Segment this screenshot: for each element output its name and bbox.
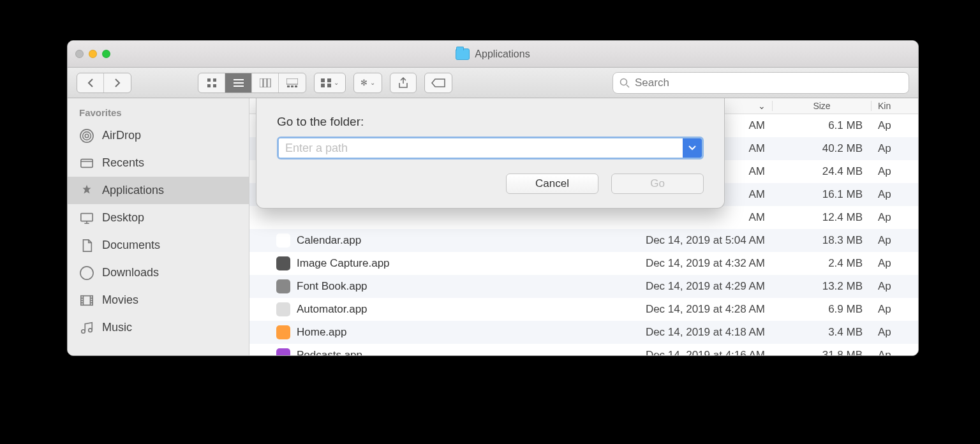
file-kind: Ap — [872, 188, 918, 201]
column-view-button[interactable] — [252, 73, 279, 93]
chevron-down-icon — [688, 145, 696, 151]
gallery-view-button[interactable] — [279, 73, 306, 93]
app-icon — [276, 211, 290, 225]
titlebar: Applications — [68, 41, 918, 68]
traffic-lights — [75, 50, 110, 58]
file-size: 6.1 MB — [773, 119, 872, 132]
file-kind: Ap — [872, 257, 918, 270]
sidebar-item-documents[interactable]: Documents — [68, 232, 249, 259]
sidebar: Favorites AirDropRecentsApplicationsDesk… — [68, 98, 249, 355]
sidebar-item-applications[interactable]: Applications — [68, 177, 249, 204]
file-kind: Ap — [872, 211, 918, 224]
file-date: AM — [594, 211, 773, 224]
file-row[interactable]: Image Capture.appDec 14, 2019 at 4:32 AM… — [249, 252, 918, 275]
file-kind: Ap — [872, 234, 918, 247]
svg-point-27 — [89, 328, 93, 332]
share-button[interactable] — [390, 73, 417, 93]
forward-button[interactable] — [104, 73, 131, 93]
tags-button[interactable] — [424, 73, 452, 93]
file-kind: Ap — [872, 119, 918, 132]
chevron-down-icon: ⌄ — [370, 79, 375, 86]
cancel-button[interactable]: Cancel — [506, 174, 598, 194]
file-row[interactable]: Podcasts.appDec 14, 2019 at 4:16 AM31.8 … — [249, 344, 918, 355]
chevron-down-icon: ⌄ — [334, 79, 339, 86]
sidebar-item-label: Documents — [102, 239, 160, 252]
file-date: Dec 14, 2019 at 4:16 AM — [594, 349, 773, 355]
file-name: Font Book.app — [297, 280, 368, 293]
close-button[interactable] — [75, 50, 84, 58]
sidebar-item-downloads[interactable]: Downloads — [68, 259, 249, 286]
file-size: 13.2 MB — [773, 280, 872, 293]
file-row[interactable]: Home.appDec 14, 2019 at 4:18 AM3.4 MBAp — [249, 321, 918, 344]
file-row[interactable]: AM12.4 MBAp — [249, 206, 918, 229]
sidebar-item-movies[interactable]: Movies — [68, 286, 249, 314]
path-dropdown-button[interactable] — [683, 138, 702, 158]
sidebar-item-recents[interactable]: Recents — [68, 149, 249, 177]
file-row[interactable]: Automator.appDec 14, 2019 at 4:28 AM6.9 … — [249, 298, 918, 321]
folder-icon — [456, 48, 470, 60]
sidebar-item-desktop[interactable]: Desktop — [68, 204, 249, 232]
app-icon — [276, 233, 290, 248]
window-title: Applications — [68, 41, 918, 68]
icon-view-button[interactable] — [198, 73, 225, 93]
back-button[interactable] — [77, 73, 104, 93]
path-input-wrapper — [277, 137, 704, 159]
app-icon — [276, 348, 290, 355]
file-kind: Ap — [872, 303, 918, 316]
recents-icon — [79, 156, 94, 171]
svg-point-19 — [85, 134, 89, 138]
path-input[interactable] — [279, 138, 683, 158]
file-size: 18.3 MB — [773, 234, 872, 247]
file-date: Dec 14, 2019 at 4:28 AM — [594, 303, 773, 316]
search-field[interactable] — [612, 72, 909, 94]
sidebar-item-label: Movies — [102, 293, 138, 307]
svg-rect-14 — [321, 78, 325, 82]
svg-rect-17 — [327, 84, 331, 87]
svg-rect-12 — [291, 85, 293, 87]
svg-rect-7 — [260, 78, 263, 87]
svg-rect-16 — [321, 84, 325, 87]
minimize-button[interactable] — [89, 50, 97, 58]
sidebar-header-favorites: Favorites — [68, 103, 249, 122]
svg-point-20 — [83, 131, 91, 140]
sidebar-item-airdrop[interactable]: AirDrop — [68, 122, 249, 149]
svg-rect-11 — [287, 85, 290, 87]
toolbar: ⌄ ✻ ⌄ — [68, 68, 918, 98]
file-size: 6.9 MB — [773, 303, 872, 316]
file-size: 40.2 MB — [773, 142, 872, 155]
column-header-kind[interactable]: Kin — [872, 101, 918, 111]
app-icon — [276, 279, 290, 293]
sidebar-item-label: Applications — [102, 184, 164, 197]
file-list-area: ⌄ Size Kin AM6.1 MBApAM40.2 MBApAM24.4 M… — [249, 98, 918, 355]
action-button[interactable]: ✻ ⌄ — [353, 73, 382, 93]
svg-rect-23 — [81, 213, 93, 221]
file-row[interactable]: Font Book.appDec 14, 2019 at 4:29 AM13.2… — [249, 275, 918, 298]
svg-rect-2 — [207, 84, 211, 87]
svg-rect-1 — [213, 78, 216, 82]
sidebar-item-label: Music — [102, 321, 132, 334]
file-row[interactable]: Calendar.appDec 14, 2019 at 5:04 AM18.3 … — [249, 229, 918, 252]
app-icon — [276, 325, 290, 339]
svg-rect-6 — [234, 85, 244, 87]
sidebar-item-label: Downloads — [102, 266, 159, 279]
group-by-button[interactable]: ⌄ — [314, 73, 346, 93]
sidebar-item-music[interactable]: Music — [68, 314, 249, 341]
svg-point-26 — [82, 329, 85, 333]
svg-rect-22 — [81, 159, 93, 167]
music-icon — [79, 320, 94, 336]
maximize-button[interactable] — [102, 50, 110, 58]
column-header-size[interactable]: Size — [773, 101, 872, 111]
search-icon — [620, 78, 630, 88]
file-kind: Ap — [872, 326, 918, 339]
file-kind: Ap — [872, 142, 918, 155]
sort-indicator-icon: ⌄ — [758, 101, 766, 111]
dialog-actions: Cancel Go — [277, 174, 704, 194]
go-button[interactable]: Go — [611, 174, 704, 194]
view-mode-buttons — [198, 73, 306, 93]
svg-rect-9 — [267, 78, 271, 87]
file-name: Podcasts.app — [297, 349, 362, 355]
search-input[interactable] — [635, 77, 902, 89]
list-view-button[interactable] — [225, 73, 252, 93]
finder-window: Applications — [67, 40, 919, 356]
movies-icon — [79, 293, 94, 308]
